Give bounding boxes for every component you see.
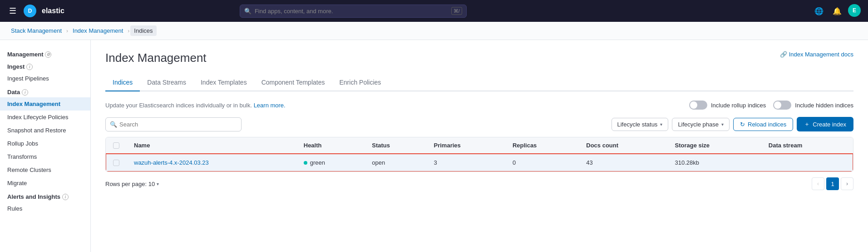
row-storage-size-cell: 310.28kb (668, 154, 761, 172)
chevron-down-icon: ▾ (157, 181, 159, 186)
index-name-link[interactable]: wazuh-alerts-4.x-2024.03.23 (134, 159, 209, 166)
tab-component-templates[interactable]: Component Templates (254, 74, 332, 91)
table-header-status: Status (365, 137, 426, 154)
sidebar-section-data: Data i (0, 85, 90, 97)
row-status-cell: open (365, 154, 426, 172)
pagination-prev-button[interactable]: ‹ (812, 177, 824, 190)
sidebar: Management ⚙ Ingest i Ingest Pipelines D… (0, 40, 91, 252)
chevron-down-icon: ▾ (721, 122, 724, 127)
pagination-bar: Rows per page: 10 ▾ ‹ 1 › (105, 177, 853, 190)
table-header-checkbox (106, 137, 127, 154)
breadcrumb: Stack Management › Index Management › In… (0, 22, 868, 40)
tab-data-streams[interactable]: Data Streams (140, 74, 193, 91)
main-content: Index Management 🔗 Index Management docs… (91, 40, 868, 252)
gear-icon: ⚙ (45, 51, 51, 58)
row-docs-count-cell: 43 (579, 154, 667, 172)
tab-index-templates[interactable]: Index Templates (193, 74, 254, 91)
hidden-toggle[interactable] (773, 101, 791, 110)
index-search-input[interactable] (105, 117, 242, 131)
search-icon: 🔍 (110, 121, 117, 128)
learn-more-link[interactable]: Learn more. (254, 102, 286, 109)
pagination-nav: ‹ 1 › (812, 177, 853, 190)
pagination-next-button[interactable]: › (841, 177, 853, 190)
rollup-toggle[interactable] (689, 101, 707, 110)
alerts-info-icon: i (62, 194, 69, 200)
search-shortcut: ⌘/ (451, 7, 462, 15)
sidebar-item-snapshot-restore[interactable]: Snapshot and Restore (0, 124, 90, 137)
table-header-primaries: Primaries (427, 137, 505, 154)
notifications-icon[interactable]: 🔔 (830, 4, 844, 18)
sidebar-section-alerts: Alerts and Insights i (0, 190, 90, 202)
plus-icon: ＋ (804, 120, 810, 128)
table-header-data-stream: Data stream (761, 137, 853, 154)
menu-toggle-button[interactable]: ☰ (7, 4, 18, 18)
table-header-docs-count: Docs count (579, 137, 667, 154)
breadcrumb-indices: Indices (130, 25, 156, 36)
health-value: green (310, 159, 325, 166)
global-search-input[interactable] (240, 5, 467, 18)
docs-link[interactable]: 🔗 Index Management docs (780, 51, 853, 58)
tab-indices[interactable]: Indices (105, 74, 140, 91)
table-row: wazuh-alerts-4.x-2024.03.23 green open (106, 154, 853, 172)
table-header-name: Name (127, 137, 296, 154)
table-header-row: Name Health Status Primaries Replicas Do… (106, 137, 853, 154)
help-icon[interactable]: 🌐 (812, 4, 826, 18)
breadcrumb-sep-1: › (66, 28, 68, 34)
create-index-button[interactable]: ＋ Create index (797, 117, 853, 131)
docs-icon: 🔗 (780, 51, 787, 58)
lifecycle-phase-filter[interactable]: Lifecycle phase ▾ (672, 118, 730, 131)
elastic-logo: elastic (42, 7, 64, 15)
chevron-down-icon: ▾ (660, 122, 662, 127)
breadcrumb-stack-management[interactable]: Stack Management (7, 25, 65, 36)
user-avatar[interactable]: E (848, 4, 861, 17)
row-data-stream-cell (761, 154, 853, 172)
tabs: Indices Data Streams Index Templates Com… (105, 74, 853, 91)
row-primaries-cell: 3 (427, 154, 505, 172)
description-text: Update your Elasticsearch indices indivi… (105, 102, 286, 109)
table-header-storage-size: Storage size (668, 137, 761, 154)
toolbar: 🔍 Lifecycle status ▾ Lifecycle phase ▾ ↻… (105, 117, 853, 131)
app-layout: Management ⚙ Ingest i Ingest Pipelines D… (0, 40, 868, 252)
index-search-wrap: 🔍 (105, 117, 242, 131)
sidebar-item-remote-clusters[interactable]: Remote Clusters (0, 163, 90, 176)
sidebar-item-rollup-jobs[interactable]: Rollup Jobs (0, 137, 90, 150)
sidebar-item-transforms[interactable]: Transforms (0, 150, 90, 163)
toggle-group: Include rollup indices Include hidden in… (689, 101, 853, 110)
sidebar-item-rules[interactable]: Rules (0, 202, 90, 215)
row-select-checkbox[interactable] (113, 160, 119, 166)
sidebar-item-index-management[interactable]: Index Management (0, 97, 90, 111)
indices-table: Name Health Status Primaries Replicas Do… (105, 137, 853, 172)
rows-per-page-select[interactable]: Rows per page: 10 ▾ (105, 181, 159, 187)
reload-indices-button[interactable]: ↻ Reload indices (733, 118, 793, 131)
deployment-badge[interactable]: D (24, 5, 36, 17)
data-info-icon: i (22, 89, 28, 96)
sidebar-management-title: Management ⚙ (0, 47, 90, 60)
breadcrumb-index-management[interactable]: Index Management (69, 25, 127, 36)
page-header: Index Management 🔗 Index Management docs (105, 51, 853, 65)
row-checkbox-cell (106, 154, 127, 172)
row-replicas-cell: 0 (505, 154, 579, 172)
sidebar-item-ilm[interactable]: Index Lifecycle Policies (0, 111, 90, 124)
global-search[interactable]: 🔍 ⌘/ (240, 5, 467, 18)
nav-icons: 🌐 🔔 E (812, 4, 861, 18)
table-header-health: Health (296, 137, 365, 154)
ingest-info-icon: i (26, 64, 33, 70)
rollup-toggle-label: Include rollup indices (711, 102, 766, 109)
row-health-cell: green (296, 154, 365, 172)
page-title: Index Management (105, 51, 207, 65)
rollup-toggle-group: Include rollup indices (689, 101, 766, 110)
top-navigation: ☰ D elastic 🔍 ⌘/ 🌐 🔔 E (0, 0, 868, 22)
description-bar: Update your Elasticsearch indices indivi… (105, 101, 853, 110)
reload-icon: ↻ (740, 121, 745, 128)
search-icon: 🔍 (244, 8, 252, 15)
pagination-page-1[interactable]: 1 (826, 177, 839, 190)
hidden-toggle-label: Include hidden indices (795, 102, 853, 109)
table-header-replicas: Replicas (505, 137, 579, 154)
toolbar-right: Lifecycle status ▾ Lifecycle phase ▾ ↻ R… (612, 117, 854, 131)
tab-enrich-policies[interactable]: Enrich Policies (332, 74, 388, 91)
sidebar-item-migrate[interactable]: Migrate (0, 176, 90, 190)
sidebar-item-ingest-pipelines[interactable]: Ingest Pipelines (0, 72, 90, 85)
health-indicator (304, 161, 307, 165)
lifecycle-status-filter[interactable]: Lifecycle status ▾ (612, 118, 669, 131)
select-all-checkbox[interactable] (113, 142, 119, 149)
